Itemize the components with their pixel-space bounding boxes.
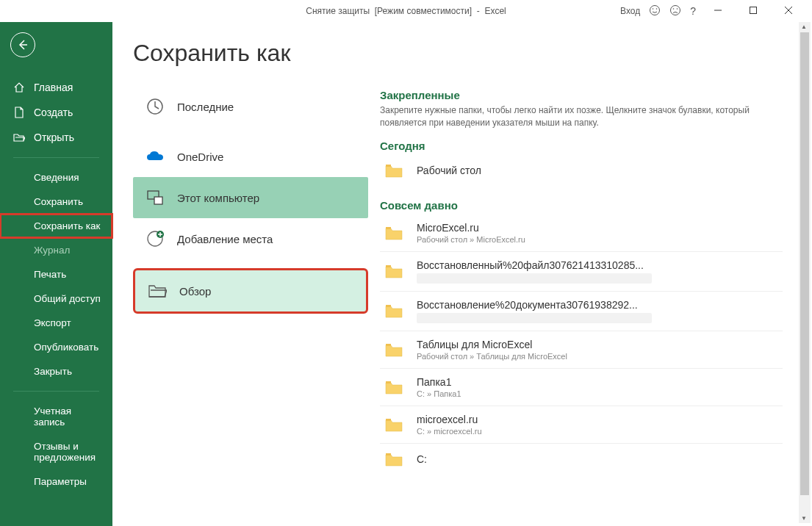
page-title: Сохранить как: [133, 40, 812, 67]
sad-face-icon[interactable]: [669, 4, 681, 18]
svg-point-2: [656, 8, 658, 10]
sidebar-item-open[interactable]: Открыть: [0, 125, 112, 150]
sidebar-item-save[interactable]: Сохранить: [0, 190, 112, 214]
onedrive-icon: [145, 146, 165, 167]
folder-path: C: » Папка1: [417, 389, 461, 398]
folder-name: MicroExcel.ru: [417, 222, 525, 234]
svg-rect-21: [386, 305, 391, 307]
sidebar-item-publish[interactable]: Опубликовать: [0, 335, 112, 359]
pinned-description: Закрепите нужные папки, чтобы легко найт…: [380, 104, 783, 129]
location-this-pc[interactable]: Этот компьютер: [133, 177, 368, 218]
location-label: Этот компьютер: [177, 192, 259, 204]
folder-row[interactable]: Таблицы для MicroExcelРабочий стол » Таб…: [380, 331, 783, 368]
folder-text: Таблицы для MicroExcelРабочий стол » Таб…: [417, 339, 567, 361]
section-today-header: Сегодня: [380, 140, 783, 152]
folder-path-redacted: [417, 273, 652, 284]
folder-row[interactable]: Рабочий стол: [380, 155, 783, 186]
sidebar-item-info[interactable]: Сведения: [0, 165, 112, 190]
folder-row[interactable]: C:: [380, 443, 783, 475]
happy-face-icon[interactable]: [649, 4, 661, 18]
folder-name: Таблицы для MicroExcel: [417, 339, 567, 350]
folder-icon: [384, 162, 403, 179]
sidebar-item-share[interactable]: Общий доступ: [0, 287, 112, 311]
folder-icon: [384, 417, 403, 433]
svg-rect-13: [154, 197, 162, 204]
svg-rect-24: [386, 419, 391, 421]
svg-point-3: [671, 5, 680, 15]
folder-row[interactable]: microexcel.ruC: » microexcel.ru: [380, 406, 783, 443]
sidebar-item-options[interactable]: Параметры: [0, 469, 112, 494]
sidebar-label: Экспорт: [34, 317, 71, 328]
section-older-header: Совсем давно: [380, 199, 783, 212]
sidebar-item-export[interactable]: Экспорт: [0, 311, 112, 335]
folder-name: C:: [417, 453, 427, 465]
folder-icon: [384, 379, 403, 395]
folder-browse-icon: [147, 281, 168, 301]
sidebar-item-feedback[interactable]: Отзывы и предложения: [0, 434, 112, 469]
folder-name: Рабочий стол: [417, 165, 481, 176]
folder-name: Восстановленный%20файл307621413310285...: [417, 259, 652, 271]
locations-list: Последние OneDrive Этот компьютер: [133, 86, 368, 475]
help-icon[interactable]: ?: [690, 5, 696, 17]
folder-text: microexcel.ruC: » microexcel.ru: [417, 414, 482, 436]
sidebar-item-new[interactable]: Создать: [0, 100, 112, 125]
folder-name: Папка1: [417, 376, 461, 388]
back-button[interactable]: [10, 32, 35, 57]
signin-link[interactable]: Вход: [620, 6, 640, 16]
location-recent[interactable]: Последние: [133, 86, 368, 127]
svg-point-0: [650, 5, 660, 15]
sidebar-label: Создать: [34, 107, 73, 118]
clock-icon: [145, 96, 165, 117]
sidebar-separator: [13, 391, 99, 392]
folder-text: MicroExcel.ruРабочий стол » MicroExcel.r…: [417, 222, 525, 244]
sidebar-item-account[interactable]: Учетная запись: [0, 399, 112, 434]
sidebar-label: Параметры: [34, 476, 87, 487]
folder-name: microexcel.ru: [417, 414, 482, 425]
folder-text: Восстановленный%20файл307621413310285...: [417, 259, 652, 284]
sidebar-item-history: Журнал: [0, 238, 112, 262]
sidebar-label: Сведения: [34, 172, 79, 183]
folder-open-icon: [13, 132, 25, 143]
svg-rect-22: [386, 344, 391, 346]
svg-point-5: [677, 8, 678, 10]
scroll-down-arrow[interactable]: ▼: [801, 515, 807, 522]
minimize-button[interactable]: [705, 6, 731, 16]
content-area: Сохранить как Последние OneDrive: [112, 22, 812, 526]
location-add-place[interactable]: Добавление места: [133, 218, 368, 259]
sidebar-label: Закрыть: [34, 366, 72, 377]
sidebar-label: Отзывы и предложения: [34, 441, 102, 463]
sidebar-item-close[interactable]: Закрыть: [0, 359, 112, 383]
close-button[interactable]: [775, 6, 802, 16]
folder-text: Папка1C: » Папка1: [417, 376, 461, 398]
folder-icon: [384, 303, 403, 319]
folder-row[interactable]: Восстановление%20документа30761938292...: [380, 291, 783, 331]
folders-panel: Закрепленные Закрепите нужные папки, что…: [368, 86, 812, 475]
sidebar-label: Сохранить как: [34, 220, 100, 231]
folder-row[interactable]: MicroExcel.ruРабочий стол » MicroExcel.r…: [380, 215, 783, 251]
add-place-icon: [145, 228, 165, 249]
location-onedrive[interactable]: OneDrive: [133, 136, 368, 177]
sidebar-item-print[interactable]: Печать: [0, 262, 112, 287]
svg-rect-7: [750, 7, 757, 14]
svg-rect-18: [386, 165, 391, 167]
scroll-up-arrow[interactable]: ▲: [801, 24, 807, 30]
computer-icon: [145, 187, 165, 208]
location-browse[interactable]: Обзор: [133, 268, 368, 314]
vertical-scrollbar[interactable]: ▲ ▼: [799, 22, 811, 523]
sidebar-label: Учетная запись: [34, 406, 102, 428]
sidebar-item-save-as[interactable]: Сохранить как: [0, 214, 112, 238]
location-label: OneDrive: [177, 151, 223, 163]
folder-row[interactable]: Папка1C: » Папка1: [380, 368, 783, 406]
folder-row[interactable]: Восстановленный%20файл307621413310285...: [380, 251, 783, 291]
svg-rect-23: [386, 381, 391, 383]
folder-path: C: » microexcel.ru: [417, 427, 482, 436]
maximize-button[interactable]: [740, 6, 766, 16]
folder-text: Рабочий стол: [417, 165, 481, 176]
sidebar-item-home[interactable]: Главная: [0, 75, 112, 100]
backstage-sidebar: Главная Создать Открыть Сведения Сохрани…: [0, 22, 112, 526]
folder-name: Восстановление%20документа30761938292...: [417, 299, 652, 311]
scrollbar-thumb[interactable]: [800, 32, 809, 495]
pinned-header: Закрепленные: [380, 89, 783, 101]
svg-rect-25: [386, 453, 391, 455]
folder-icon: [384, 225, 403, 241]
